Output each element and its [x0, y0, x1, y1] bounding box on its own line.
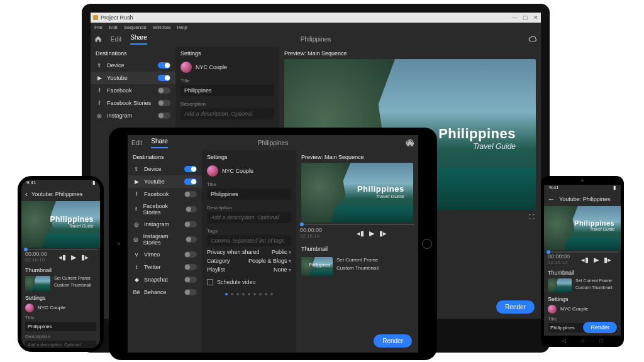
toggle-instagram[interactable]	[158, 112, 170, 119]
avatar	[207, 165, 218, 177]
creative-cloud-icon[interactable]	[406, 140, 414, 146]
ipad-device: Edit Share Philippines Destinations ⇪Dev…	[109, 128, 437, 360]
set-current-frame-link[interactable]: Set Current Frame	[54, 276, 91, 280]
tags-input[interactable]: Comma-separated list of tags	[207, 235, 291, 246]
dest-device[interactable]: ⇪Device	[128, 163, 202, 175]
tab-share[interactable]: Share	[130, 34, 147, 45]
description-input[interactable]: Add a description. Optional.	[207, 212, 291, 223]
tab-edit[interactable]: Edit	[131, 140, 142, 146]
dest-vimeo[interactable]: vVimeo	[128, 248, 202, 261]
creative-cloud-icon[interactable]	[528, 36, 537, 42]
dest-youtube[interactable]: ▶Youtube	[128, 175, 202, 188]
step-forward-icon[interactable]: ▮▸	[604, 256, 611, 264]
toggle[interactable]	[184, 191, 197, 197]
account-row[interactable]: NYC Couple	[21, 302, 100, 314]
play-icon[interactable]: ▶	[71, 253, 76, 261]
toggle-youtube[interactable]	[158, 75, 170, 81]
scrub-bar[interactable]	[300, 224, 414, 225]
dest-facebook-stories[interactable]: fFacebook Stories	[128, 200, 202, 218]
minimize-icon[interactable]: —	[512, 14, 518, 21]
home-icon[interactable]	[94, 35, 102, 43]
custom-thumbnail-link[interactable]: Custom Thumbnail	[54, 283, 91, 287]
preview-panel: Preview: Main Sequence PhilippinesTravel…	[296, 150, 418, 353]
dest-facebook[interactable]: fFacebook	[91, 84, 175, 97]
render-button[interactable]: Render	[374, 334, 412, 348]
fullscreen-icon[interactable]: ⛶	[529, 214, 535, 220]
toggle[interactable]	[186, 236, 197, 243]
step-forward-icon[interactable]: ▮▸	[379, 229, 387, 238]
set-current-frame-link[interactable]: Set Current Frame	[336, 257, 379, 263]
dest-youtube[interactable]: ▶Youtube	[91, 72, 175, 84]
render-button[interactable]: Render	[496, 300, 535, 314]
title-input[interactable]: Philippines	[25, 322, 96, 331]
toggle-facebook-stories[interactable]	[158, 100, 170, 106]
scrub-bar[interactable]	[547, 251, 618, 253]
toggle-facebook[interactable]	[158, 87, 170, 94]
privacy-dropdown[interactable]: Privacy when sharedPublic ▾	[207, 249, 291, 255]
nav-recent-icon[interactable]: □	[600, 337, 603, 345]
settings-panel: Settings NYC Couple Title Philippines De…	[202, 150, 296, 353]
nav-home-icon[interactable]: ○	[581, 337, 584, 345]
custom-thumbnail-link[interactable]: Custom Thumbnail	[336, 265, 379, 271]
toggle[interactable]	[184, 277, 197, 283]
ipad-home-button[interactable]	[422, 239, 432, 249]
dest-facebook-stories[interactable]: fFacebook Stories	[91, 97, 175, 109]
render-button[interactable]: Render	[583, 322, 617, 333]
menubar: File Edit Sequence Window Help	[91, 23, 541, 31]
chevron-down-icon: ▾	[289, 250, 291, 255]
dest-snapchat[interactable]: ◆Snapchat	[128, 273, 202, 286]
toggle[interactable]	[184, 166, 197, 172]
dest-device[interactable]: ⇪Device	[91, 59, 175, 72]
facebook-icon: f	[96, 87, 103, 94]
account-row[interactable]: NYC Couple	[544, 304, 621, 315]
toggle[interactable]	[184, 221, 197, 228]
dest-twitter[interactable]: tTwitter	[128, 261, 202, 273]
step-back-icon[interactable]: ◂▮	[58, 253, 66, 261]
facebook-icon: f	[133, 206, 140, 213]
schedule-checkbox[interactable]: Schedule video	[202, 275, 296, 289]
toggle[interactable]	[184, 289, 197, 295]
toggle[interactable]	[184, 178, 197, 185]
dest-behance[interactable]: BēBehance	[128, 286, 202, 299]
title-label: Title	[175, 75, 279, 85]
description-input[interactable]: Add a description. Optional.	[25, 341, 96, 348]
toggle[interactable]	[186, 206, 197, 212]
playlist-dropdown[interactable]: PlaylistNone ▾	[207, 266, 291, 273]
play-icon[interactable]: ▶	[369, 229, 374, 238]
tab-edit[interactable]: Edit	[111, 36, 121, 43]
account-row[interactable]: NYC Couple	[202, 163, 296, 179]
close-icon[interactable]: ✕	[533, 14, 538, 21]
maximize-icon[interactable]: ▢	[523, 14, 528, 21]
destinations-heading: Destinations	[128, 150, 202, 163]
step-back-icon[interactable]: ◂▮	[581, 256, 589, 264]
step-back-icon[interactable]: ◂▮	[357, 229, 364, 238]
toggle[interactable]	[184, 251, 197, 258]
menu-edit[interactable]: Edit	[109, 25, 118, 30]
description-input[interactable]: Add a description. Optional.	[180, 108, 274, 119]
title-input[interactable]: Philippines	[180, 85, 274, 96]
play-icon[interactable]: ▶	[594, 256, 599, 264]
toggle[interactable]	[184, 264, 197, 270]
scrub-bar[interactable]	[24, 249, 97, 250]
back-icon[interactable]: ‹	[25, 190, 28, 199]
dest-instagram[interactable]: ◎Instagram	[128, 218, 202, 231]
menu-help[interactable]: Help	[177, 25, 187, 30]
toggle-device[interactable]	[158, 62, 170, 69]
page-dots	[202, 289, 296, 299]
menu-sequence[interactable]: Sequence	[124, 25, 147, 30]
menu-file[interactable]: File	[94, 25, 103, 30]
description-label: Description	[202, 202, 296, 212]
dest-instagram[interactable]: ◎Instagram	[91, 109, 175, 122]
account-row[interactable]: NYC Couple	[175, 59, 279, 75]
menu-window[interactable]: Window	[153, 25, 170, 30]
dest-facebook[interactable]: fFacebook	[128, 188, 202, 200]
set-current-frame-link[interactable]: Set Current Frame	[575, 278, 613, 283]
custom-thumbnail-link[interactable]: Custom Thumbnail	[575, 285, 613, 290]
tab-share[interactable]: Share	[151, 138, 168, 148]
back-icon[interactable]: ←	[548, 195, 555, 204]
title-input[interactable]: Philippines	[207, 189, 291, 200]
dest-instagram-stories[interactable]: ◎Instagram Stories	[128, 231, 202, 248]
nav-back-icon[interactable]: ◁	[562, 337, 566, 345]
step-forward-icon[interactable]: ▮▸	[81, 253, 89, 261]
category-dropdown[interactable]: CategoryPeople & Blogs ▾	[207, 258, 291, 264]
